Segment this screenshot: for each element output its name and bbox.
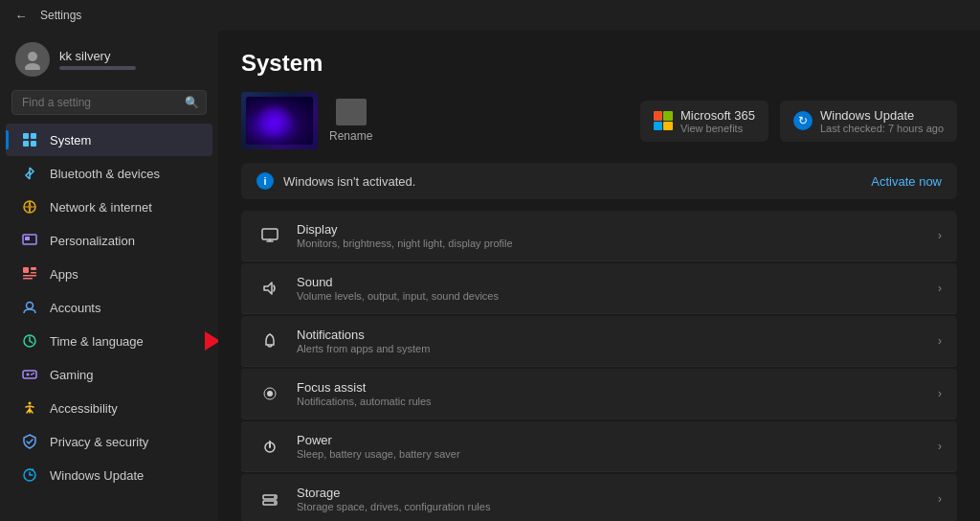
main-layout: kk silvery 🔍 SystemBluetooth & devicesNe… [0, 31, 980, 521]
display-text: DisplayMonitors, brightness, night light… [297, 222, 924, 249]
titlebar-title: Settings [40, 9, 81, 22]
notifications-icon [256, 328, 283, 354]
sidebar-item-windows-update[interactable]: Windows Update [6, 459, 212, 491]
display-subtitle: Monitors, brightness, night light, displ… [297, 238, 924, 249]
focus-assist-subtitle: Notifications, automatic rules [297, 396, 924, 407]
sidebar-item-accessibility[interactable]: Accessibility [6, 392, 212, 424]
settings-list: DisplayMonitors, brightness, night light… [241, 211, 957, 521]
activate-now-link[interactable]: Activate now [871, 174, 942, 189]
pc-rename-section[interactable]: Rename [329, 99, 372, 143]
sidebar-item-accounts[interactable]: Accounts [6, 291, 212, 324]
search-box[interactable]: 🔍 [11, 90, 207, 115]
svg-rect-16 [23, 371, 36, 378]
settings-item-power[interactable]: PowerSleep, battery usage, battery saver… [241, 421, 957, 472]
display-title: Display [297, 222, 924, 237]
microsoft365-icon [654, 111, 673, 130]
gaming-icon [21, 366, 38, 383]
focus-assist-title: Focus assist [297, 380, 924, 395]
sidebar-item-privacy[interactable]: Privacy & security [6, 425, 212, 458]
privacy-icon [21, 433, 38, 450]
svg-point-22 [267, 391, 273, 396]
settings-item-display[interactable]: DisplayMonitors, brightness, night light… [241, 211, 957, 261]
pc-thumb-glow [256, 102, 294, 140]
settings-item-storage[interactable]: StorageStorage space, drives, configurat… [241, 474, 957, 521]
power-subtitle: Sleep, battery usage, battery saver [297, 448, 924, 460]
svg-point-18 [33, 373, 34, 374]
nav-list: SystemBluetooth & devicesNetwork & inter… [0, 123, 218, 492]
focus-assist-text: Focus assistNotifications, automatic rul… [297, 380, 924, 407]
sidebar: kk silvery 🔍 SystemBluetooth & devicesNe… [0, 31, 218, 521]
system-header: Rename Microsoft 365 View benefits ↻ [241, 92, 957, 149]
power-icon [256, 433, 283, 460]
svg-rect-3 [31, 133, 36, 139]
sidebar-item-label-apps: Apps [50, 267, 78, 282]
svg-rect-5 [31, 141, 36, 147]
svg-rect-21 [262, 229, 278, 239]
windows-update-title: Windows Update [820, 108, 944, 123]
system-icon [21, 131, 38, 148]
sidebar-item-system[interactable]: System [6, 124, 212, 156]
storage-icon [256, 486, 283, 512]
activation-banner: i Windows isn't activated. Activate now [241, 163, 957, 199]
accounts-icon [21, 299, 38, 316]
svg-rect-9 [23, 267, 29, 273]
chevron-icon-power: › [938, 440, 942, 453]
content-area: System Rename [218, 31, 980, 521]
svg-rect-11 [31, 272, 36, 274]
notifications-subtitle: Alerts from apps and system [297, 343, 924, 354]
notifications-title: Notifications [297, 328, 924, 342]
sidebar-item-label-system: System [50, 133, 91, 147]
storage-text: StorageStorage space, drives, configurat… [297, 486, 924, 512]
sound-icon [256, 275, 283, 302]
sidebar-item-network[interactable]: Network & internet [6, 191, 212, 223]
sound-title: Sound [297, 275, 924, 289]
titlebar: ← Settings [0, 0, 980, 31]
sound-subtitle: Volume levels, output, input, sound devi… [297, 290, 924, 302]
display-icon [256, 222, 283, 249]
sidebar-item-time-language[interactable]: Time & language [6, 325, 212, 357]
settings-item-focus-assist[interactable]: Focus assistNotifications, automatic rul… [241, 369, 957, 419]
svg-point-0 [28, 52, 37, 61]
active-indicator [6, 130, 9, 149]
windows-update-text: Windows Update Last checked: 7 hours ago [820, 108, 944, 134]
microsoft365-action[interactable]: Microsoft 365 View benefits [640, 101, 768, 142]
svg-rect-8 [25, 237, 30, 240]
chevron-icon-notifications: › [938, 334, 942, 348]
settings-item-notifications[interactable]: NotificationsAlerts from apps and system… [241, 316, 957, 367]
page-title: System [241, 50, 957, 77]
sidebar-item-label-personalization: Personalization [50, 234, 135, 248]
user-name: kk silvery [59, 49, 136, 63]
sidebar-item-bluetooth[interactable]: Bluetooth & devices [6, 157, 212, 190]
chevron-icon-storage: › [938, 492, 942, 506]
rename-label: Rename [329, 129, 372, 143]
svg-point-17 [31, 374, 33, 375]
svg-point-1 [25, 63, 40, 70]
accessibility-icon [21, 399, 38, 417]
microsoft365-text: Microsoft 365 View benefits [680, 108, 755, 134]
red-arrow-indicator [205, 331, 218, 351]
sound-text: SoundVolume levels, output, input, sound… [297, 275, 924, 302]
info-icon: i [256, 172, 274, 190]
svg-rect-12 [23, 275, 36, 277]
user-profile[interactable]: kk silvery [0, 31, 218, 86]
search-input[interactable] [11, 90, 207, 115]
settings-item-sound[interactable]: SoundVolume levels, output, input, sound… [241, 263, 957, 314]
microsoft365-title: Microsoft 365 [680, 108, 755, 123]
bluetooth-icon [21, 165, 38, 182]
storage-title: Storage [297, 486, 924, 500]
chevron-icon-focus-assist: › [938, 387, 942, 400]
sidebar-item-apps[interactable]: Apps [6, 258, 212, 290]
sidebar-item-gaming[interactable]: Gaming [6, 358, 212, 391]
svg-point-28 [274, 502, 276, 504]
sidebar-item-label-network: Network & internet [50, 200, 152, 215]
chevron-icon-sound: › [938, 282, 942, 295]
sidebar-item-label-gaming: Gaming [50, 368, 94, 382]
sidebar-item-label-privacy: Privacy & security [50, 435, 148, 449]
search-icon: 🔍 [185, 96, 199, 109]
windows-update-action[interactable]: ↻ Windows Update Last checked: 7 hours a… [780, 101, 957, 142]
back-button[interactable]: ← [11, 6, 31, 25]
sidebar-item-personalization[interactable]: Personalization [6, 224, 212, 257]
apps-icon [21, 265, 38, 283]
user-info: kk silvery [59, 49, 136, 70]
activation-text: Windows isn't activated. [283, 174, 861, 189]
